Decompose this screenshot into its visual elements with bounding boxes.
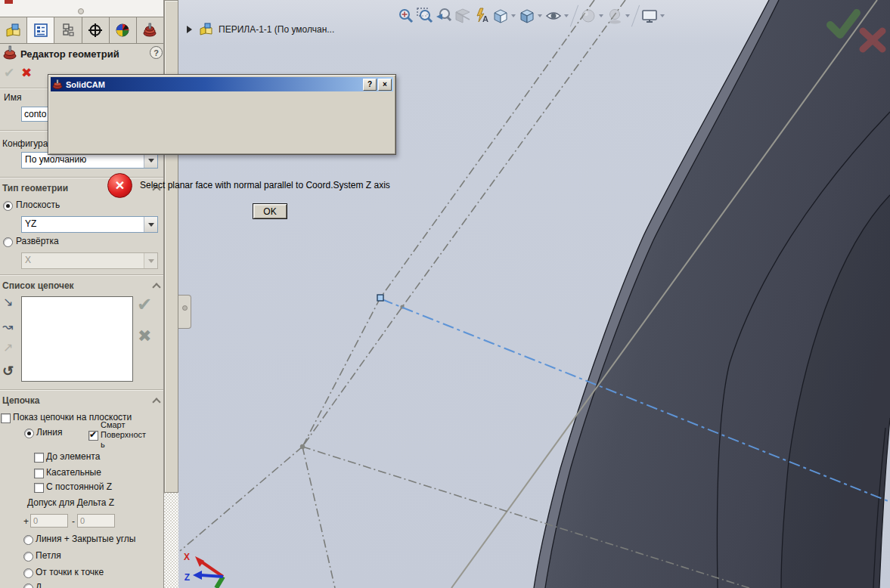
view-orientation-icon[interactable]	[491, 7, 510, 26]
chain-section-title: Цепочка	[2, 395, 40, 406]
color-ball-icon	[114, 23, 131, 38]
smart-surface-checkbox[interactable]	[88, 431, 98, 441]
line-radio[interactable]	[24, 429, 34, 438]
loop-radio[interactable]	[23, 552, 33, 562]
view-settings-dropdown-icon[interactable]	[660, 14, 665, 17]
undo-icon[interactable]: ↺	[2, 364, 14, 378]
collapse-chevron-icon[interactable]	[153, 398, 160, 404]
panel-ok-icon[interactable]: ✔	[4, 67, 14, 79]
tree-expand-icon[interactable]	[187, 26, 192, 33]
target-icon	[87, 23, 104, 38]
display-style-dropdown-icon[interactable]	[538, 14, 542, 17]
tangent-checkbox[interactable]	[34, 469, 44, 478]
divider	[0, 389, 163, 391]
shadows-icon[interactable]	[605, 7, 624, 26]
view-settings-icon[interactable]	[640, 7, 659, 26]
application-window: X Z ПЕРИЛА-1-1 (По умолчан... A	[0, 0, 890, 588]
dialog-title: SolidCAM	[66, 80, 361, 89]
delete-chain-icon[interactable]: ✖	[138, 328, 151, 345]
manager-tab-strip	[0, 17, 163, 44]
accept-chain-icon[interactable]: ✔	[137, 296, 152, 314]
section-view-icon[interactable]	[453, 7, 472, 26]
zoom-area-icon[interactable]	[415, 7, 434, 26]
smart-surface-label-line1: Смарт	[101, 420, 126, 429]
view-orientation-dropdown-icon[interactable]	[511, 14, 516, 17]
name-label: Имя	[4, 92, 21, 103]
hide-show-items-icon[interactable]	[544, 7, 563, 26]
shadows-dropdown-icon[interactable]	[625, 14, 630, 17]
solidcam-error-dialog: SolidCAM ? × Select planar face with nor…	[48, 74, 396, 155]
breadcrumb-label[interactable]: ПЕРИЛА-1-1 (По умолчан...	[219, 24, 334, 35]
heads-up-toolbar: A	[396, 6, 666, 26]
tab-display-manager[interactable]	[110, 17, 137, 43]
panel-grip-icon[interactable]	[78, 8, 84, 14]
tab-configuration-manager[interactable]	[54, 17, 82, 43]
plus-sign-label: +	[23, 517, 29, 526]
line-closed-corners-radio[interactable]	[23, 535, 33, 545]
smart-surface-label-line2: Поверхност	[101, 430, 146, 439]
to-element-label: До элемента	[46, 451, 100, 462]
const-z-label: С постоянной Z	[46, 481, 112, 492]
solidcam-header-icon	[2, 45, 17, 60]
const-z-checkbox[interactable]	[34, 483, 44, 493]
triad-x-label: X	[184, 552, 190, 562]
tab-property-manager[interactable]	[0, 17, 27, 43]
previous-view-icon[interactable]	[434, 7, 453, 26]
dialog-close-button[interactable]: ×	[378, 79, 392, 91]
delta-z-plus-input[interactable]	[30, 514, 68, 528]
point-to-point-radio[interactable]	[23, 568, 33, 578]
tab-solidcam-manager[interactable]	[137, 17, 163, 43]
panel-cancel-icon[interactable]: ✖	[21, 67, 32, 79]
unfold-radio[interactable]	[3, 237, 13, 247]
configuration-value: По умолчанию	[22, 153, 144, 168]
dropdown-button[interactable]	[144, 153, 157, 168]
help-icon[interactable]: ?	[150, 46, 163, 59]
delta-z-minus-input[interactable]	[77, 514, 115, 528]
dialog-help-button[interactable]: ?	[363, 79, 377, 91]
loop-label: Петля	[36, 550, 61, 561]
tab-feature-manager[interactable]	[27, 17, 54, 43]
plane-combobox[interactable]: YZ	[21, 216, 158, 233]
tab-dimxpert-manager[interactable]	[82, 17, 110, 43]
breadcrumb: ПЕРИЛА-1-1 (По умолчан...	[187, 23, 334, 36]
panel-collapse-handle[interactable]	[178, 295, 191, 329]
edit-appearance-icon[interactable]: A	[472, 7, 491, 26]
plane-label: Плоскость	[16, 200, 60, 210]
geometry-type-section-title: Тип геометрии	[2, 183, 68, 193]
panel-top-strip	[0, 0, 163, 17]
dropdown-button	[144, 253, 157, 268]
dialog-ok-button[interactable]: OK	[253, 203, 287, 219]
reverse-chain-icon[interactable]: ↗	[3, 342, 13, 354]
app-mini-icon	[5, 0, 13, 4]
hide-show-items-dropdown-icon[interactable]	[564, 14, 569, 17]
display-style-icon[interactable]	[517, 7, 536, 26]
unfold-value: X	[22, 253, 144, 268]
panel-title: Редактор геометрий	[20, 48, 119, 60]
sketch-vertex[interactable]	[300, 444, 305, 449]
to-element-checkbox[interactable]	[34, 453, 44, 463]
dropdown-button[interactable]	[144, 217, 157, 232]
line-closed-corners-label: Линия + Закрытые углы	[36, 534, 135, 544]
realview-dropdown-icon[interactable]	[599, 14, 603, 17]
tangent-label: Касательные	[46, 467, 101, 478]
collapse-chevron-icon[interactable]	[153, 283, 160, 289]
triad-z-label: Z	[185, 572, 190, 583]
divider	[0, 274, 163, 276]
realview-icon[interactable]	[578, 7, 597, 26]
auto-chain-icon[interactable]: ↘	[3, 296, 13, 308]
clipped-radio[interactable]	[23, 583, 33, 588]
solidcam-icon	[141, 23, 158, 38]
plane-radio[interactable]	[3, 201, 13, 211]
pick-chain-icon[interactable]: ↝	[2, 320, 13, 333]
sketch-point-handle[interactable]	[377, 295, 383, 301]
dialog-titlebar[interactable]: SolidCAM ? ×	[51, 77, 393, 91]
show-chain-checkbox[interactable]	[1, 413, 11, 423]
plane-value: YZ	[22, 217, 144, 232]
chain-listbox[interactable]	[21, 296, 133, 382]
zoom-fit-icon[interactable]	[396, 7, 415, 26]
chain-list-section-title: Список цепочек	[2, 280, 74, 291]
solidcam-dialog-icon	[52, 79, 63, 90]
clipped-radio-label: Д	[36, 582, 42, 588]
line-label: Линия	[36, 427, 62, 438]
delta-z-tolerance-label: Допуск для Дельта Z	[27, 497, 114, 508]
